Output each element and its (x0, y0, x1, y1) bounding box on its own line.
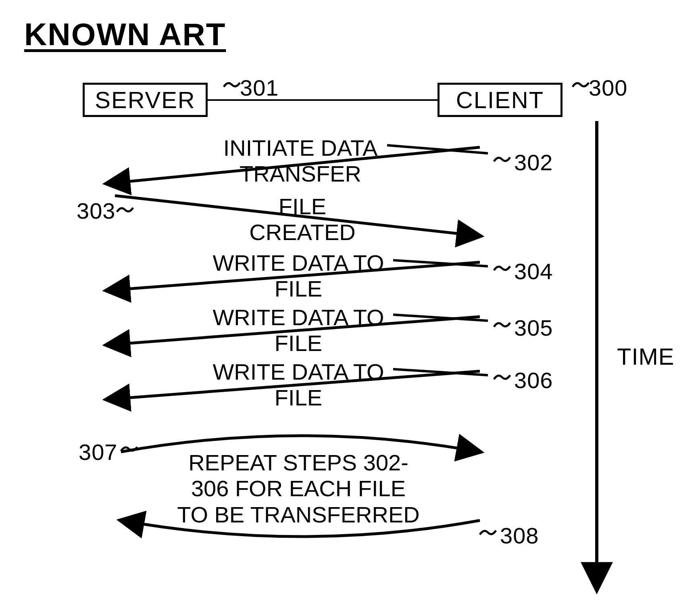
ref-300: 300 (589, 75, 627, 101)
diagram-canvas: KNOWN ART SERVER CLIENT 301 300 302 303 … (0, 0, 700, 612)
leader-302 (387, 145, 488, 153)
msg-306-label: WRITE DATA TO FILE (202, 359, 395, 411)
tilde-300 (573, 83, 589, 87)
ref-306: 306 (514, 367, 553, 393)
tilde-301 (224, 83, 240, 87)
tilde-307 (121, 447, 137, 451)
ref-308: 308 (500, 522, 539, 549)
ref-302: 302 (514, 149, 553, 175)
leader-305 (393, 315, 488, 321)
msg-repeat-label: REPEAT STEPS 302- 306 FOR EACH FILE TO B… (161, 450, 435, 528)
client-label: CLIENT (456, 86, 544, 113)
ref-307: 307 (79, 439, 117, 465)
ref-301: 301 (240, 75, 279, 101)
tilde-305 (494, 323, 510, 327)
arrow-307-top (121, 436, 480, 452)
server-box: SERVER (83, 83, 208, 117)
time-axis-label: TIME (617, 343, 675, 370)
tilde-302 (494, 157, 510, 161)
ref-304: 304 (514, 258, 553, 284)
leader-306 (393, 369, 488, 375)
msg-305-label: WRITE DATA TO FILE (202, 305, 395, 357)
msg-303-label: FILE CREATED (230, 194, 375, 246)
diagram-heading: KNOWN ART (24, 16, 226, 53)
msg-304-label: WRITE DATA TO FILE (202, 250, 395, 302)
tilde-303 (117, 208, 133, 212)
tilde-308 (480, 531, 496, 535)
ref-305: 305 (514, 315, 553, 341)
tilde-304 (494, 266, 510, 270)
leader-304 (393, 260, 488, 266)
server-label: SERVER (95, 86, 195, 113)
ref-303: 303 (77, 198, 115, 224)
tilde-306 (494, 375, 510, 379)
msg-302-label: INITIATE DATA TRANSFER (214, 135, 387, 187)
client-box: CLIENT (438, 83, 562, 117)
